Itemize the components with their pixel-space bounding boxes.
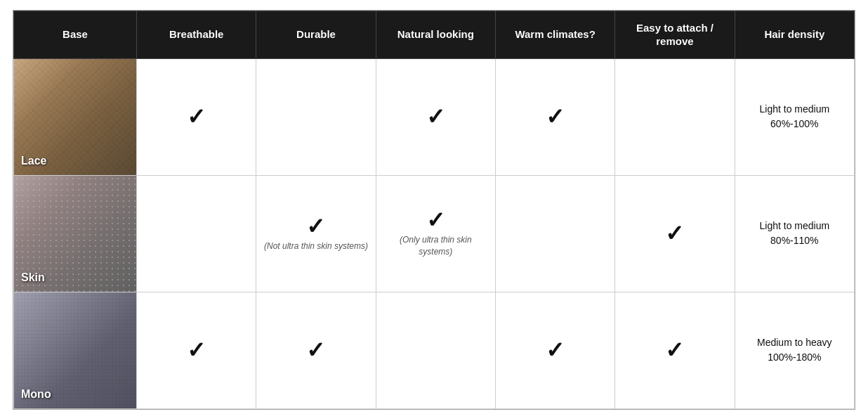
cell-hair-density-lace: Light to medium 60%-100% [735, 58, 854, 175]
durable-note-skin: (Not ultra thin skin systems) [262, 240, 369, 252]
cell-breathable-lace: ✓ [137, 58, 256, 175]
col-header-easy-attach: Easy to attach / remove [615, 11, 735, 58]
hair-density-value-mono: Medium to heavy 100%-180% [757, 337, 832, 363]
checkmark-natural-lace: ✓ [382, 105, 489, 128]
hair-density-value-lace: Light to medium 60%-100% [760, 103, 830, 129]
cell-durable-lace [256, 58, 376, 175]
natural-note-skin: (Only ultra thin skin systems) [382, 234, 489, 258]
cell-image-lace: Lace [14, 58, 137, 175]
row-label-mono: Mono [21, 387, 51, 402]
cell-breathable-skin [137, 175, 256, 292]
row-label-skin: Skin [21, 270, 45, 285]
checkmark-durable-mono: ✓ [262, 339, 369, 361]
cell-easy-attach-lace [615, 58, 735, 175]
checkmark-breathable-mono: ✓ [143, 339, 250, 361]
cell-image-skin: Skin [14, 175, 137, 292]
col-header-durable: Durable [256, 11, 376, 58]
cell-easy-attach-mono: ✓ [615, 292, 735, 408]
checkmark-warm-lace: ✓ [501, 105, 609, 128]
row-label-lace: Lace [21, 153, 46, 169]
comparison-table: Base Breathable Durable Natural looking … [13, 10, 855, 410]
checkmark-easy-attach-skin: ✓ [621, 222, 728, 245]
cell-hair-density-skin: Light to medium 80%-110% [735, 175, 854, 292]
hair-density-value-skin: Light to medium 80%-110% [760, 220, 830, 246]
col-header-base: Base [14, 11, 137, 58]
cell-image-mono: Mono [14, 292, 137, 408]
checkmark-durable-skin: ✓ [262, 215, 369, 238]
table-row-skin: Skin✓(Not ultra thin skin systems)✓(Only… [14, 175, 855, 292]
cell-durable-mono: ✓ [256, 292, 376, 408]
checkmark-warm-mono: ✓ [501, 339, 609, 361]
cell-natural-skin: ✓(Only ultra thin skin systems) [376, 175, 495, 292]
col-header-warm-climates: Warm climates? [495, 11, 614, 58]
cell-hair-density-mono: Medium to heavy 100%-180% [735, 292, 854, 408]
cell-durable-skin: ✓(Not ultra thin skin systems) [256, 175, 376, 292]
checkmark-natural-skin: ✓ [382, 209, 489, 231]
cell-natural-mono [376, 292, 495, 408]
cell-easy-attach-skin: ✓ [615, 175, 735, 292]
cell-natural-lace: ✓ [376, 58, 495, 175]
col-header-natural-looking: Natural looking [376, 11, 495, 58]
cell-warm-skin [495, 175, 614, 292]
col-header-breathable: Breathable [137, 11, 256, 58]
cell-warm-mono: ✓ [495, 292, 614, 408]
table-row-lace: Lace✓✓✓Light to medium 60%-100% [14, 58, 855, 175]
cell-warm-lace: ✓ [495, 58, 614, 175]
checkmark-easy-attach-mono: ✓ [621, 339, 728, 361]
cell-breathable-mono: ✓ [137, 292, 256, 408]
table-header-row: Base Breathable Durable Natural looking … [14, 11, 855, 58]
checkmark-breathable-lace: ✓ [143, 105, 250, 128]
table-row-mono: Mono✓✓✓✓Medium to heavy 100%-180% [14, 292, 855, 408]
col-header-hair-density: Hair density [735, 11, 854, 58]
